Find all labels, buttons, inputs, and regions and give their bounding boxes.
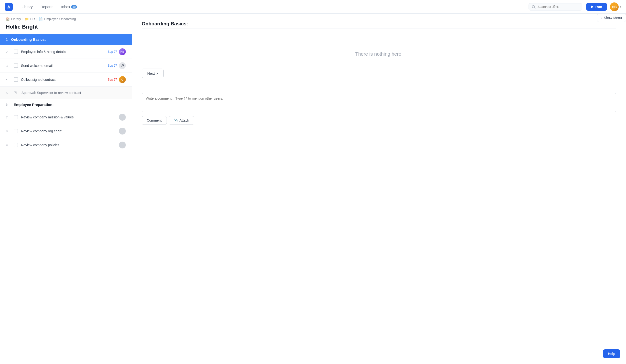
task-list: 1Onboarding Basics: 2 Employee info & hi… xyxy=(0,34,132,364)
section-number: 1 xyxy=(6,37,7,41)
task-avatar: HB xyxy=(119,48,126,55)
task-checkbox[interactable] xyxy=(14,129,18,133)
subsection-subsection-6: 6Employee Preparation: xyxy=(0,99,132,110)
attach-icon: 📎 xyxy=(174,118,178,122)
task-number: 8 xyxy=(6,129,11,133)
approval-icon: ☑ xyxy=(14,90,19,95)
avatar-chevron: ▾ xyxy=(620,5,621,8)
nav-library[interactable]: Library xyxy=(19,3,36,10)
approval-item-approval-5[interactable]: 5☑Approval: Supervisor to review contrac… xyxy=(0,87,132,99)
breadcrumb-hr[interactable]: HR xyxy=(30,17,35,21)
task-avatar xyxy=(119,142,126,148)
task-avatar: C xyxy=(119,76,126,83)
task-checkbox[interactable] xyxy=(14,50,18,54)
next-button[interactable]: Next > xyxy=(142,69,164,78)
task-checkbox[interactable] xyxy=(14,115,18,119)
nav-inbox[interactable]: Inbox 10 xyxy=(58,3,80,10)
task-checkbox[interactable] xyxy=(14,143,18,147)
task-item[interactable]: 4 Collect signed contract Sep 27 C xyxy=(0,73,132,87)
search-icon xyxy=(532,5,536,9)
breadcrumb-current[interactable]: Employee Onboarding xyxy=(44,17,76,21)
panel-title: Hollie Bright xyxy=(0,22,132,34)
task-number: 4 xyxy=(6,78,11,81)
play-icon xyxy=(591,5,593,8)
task-item[interactable]: 3 Send welcome email Sep 27 ⏱ xyxy=(0,59,132,73)
task-number: 2 xyxy=(6,50,11,54)
task-label: Send welcome email xyxy=(21,64,108,68)
task-label: Collect signed contract xyxy=(21,78,108,81)
task-date: Sep 27 xyxy=(108,64,117,67)
subsection-label: Employee Preparation: xyxy=(14,103,53,107)
task-item[interactable]: 8 Review company org chart xyxy=(0,124,132,138)
nav-reports[interactable]: Reports xyxy=(38,3,56,10)
approval-label: Approval: Supervisor to review contract xyxy=(22,91,81,95)
task-date: Sep 27 xyxy=(108,50,117,53)
svg-line-4 xyxy=(534,7,535,8)
right-panel: ‹ Show Menu Onboarding Basics: There is … xyxy=(132,14,626,364)
task-item[interactable]: 2 Employee info & hiring details Sep 27 … xyxy=(0,45,132,59)
task-item[interactable]: 7 Review company mission & values xyxy=(0,110,132,124)
attach-button[interactable]: 📎 Attach xyxy=(169,116,195,125)
task-avatar: ⏱ xyxy=(119,62,126,69)
search-bar[interactable] xyxy=(529,3,582,10)
breadcrumb-library[interactable]: Library xyxy=(11,17,21,21)
task-label: Review company org chart xyxy=(21,129,119,133)
help-button[interactable]: Help xyxy=(603,349,620,358)
task-date: Sep 27 xyxy=(108,78,117,81)
task-number: 9 xyxy=(6,143,11,147)
left-panel: 🏠 Library › 📁 HR › 📄 Employee Onboarding… xyxy=(0,14,132,364)
nav-links: Library Reports Inbox 10 xyxy=(19,3,80,10)
breadcrumb-doc-icon: 📄 xyxy=(39,17,43,21)
section-header-section-1[interactable]: 1Onboarding Basics: xyxy=(0,34,132,45)
main-section-title: Onboarding Basics: xyxy=(142,21,616,27)
task-avatar xyxy=(119,114,126,121)
task-checkbox[interactable] xyxy=(14,77,18,82)
action-buttons: Comment 📎 Attach xyxy=(142,116,616,125)
task-label: Employee info & hiring details xyxy=(21,50,108,54)
app-body: 🏠 Library › 📁 HR › 📄 Employee Onboarding… xyxy=(0,0,626,364)
comment-input[interactable] xyxy=(142,93,616,112)
subsection-number: 6 xyxy=(6,103,11,107)
show-menu-button[interactable]: ‹ Show Menu xyxy=(597,14,626,22)
comment-button[interactable]: Comment xyxy=(142,116,167,125)
empty-state: There is nothing here. xyxy=(142,36,616,69)
run-button[interactable]: Run xyxy=(586,3,607,11)
task-label: Review company policies xyxy=(21,143,119,147)
section-label: Onboarding Basics: xyxy=(11,37,46,41)
top-nav: Library Reports Inbox 10 Run HB ▾ xyxy=(0,0,626,14)
task-checkbox[interactable] xyxy=(14,64,18,68)
task-item[interactable]: 9 Review company policies xyxy=(0,138,132,152)
avatar[interactable]: HB xyxy=(610,2,619,11)
breadcrumb: 🏠 Library › 📁 HR › 📄 Employee Onboarding xyxy=(0,14,132,22)
task-label: Review company mission & values xyxy=(21,115,119,119)
section-divider xyxy=(142,29,616,29)
breadcrumb-folder-icon: 📁 xyxy=(25,17,29,21)
breadcrumb-home-icon: 🏠 xyxy=(6,17,10,21)
task-avatar xyxy=(119,128,126,135)
task-number: 7 xyxy=(6,115,11,119)
inbox-badge: 10 xyxy=(71,5,77,8)
search-input[interactable] xyxy=(538,5,579,8)
app-logo[interactable] xyxy=(5,3,13,11)
task-number: 3 xyxy=(6,64,11,68)
approval-number: 5 xyxy=(6,91,11,95)
chevron-left-icon: ‹ xyxy=(601,16,602,20)
